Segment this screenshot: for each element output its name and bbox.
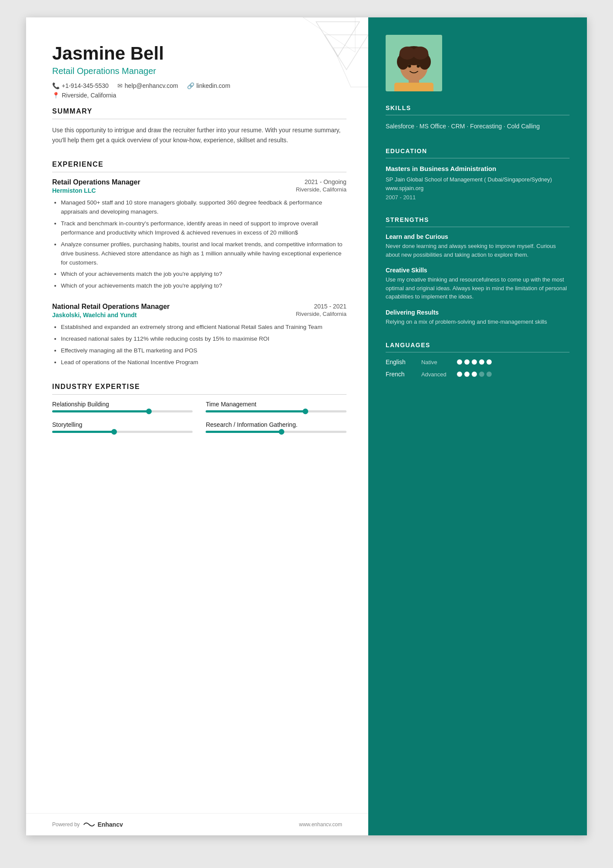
strength-1: Learn and be Curious Never done learning… — [386, 233, 570, 259]
strengths-title: STRENGTHS — [386, 216, 570, 227]
powered-by-text: Powered by — [52, 821, 80, 828]
lang-english-name: English — [386, 359, 416, 365]
expertise-item-2: Time Management — [206, 401, 346, 412]
job-2-header: National Retail Operations Manager 2015 … — [52, 303, 346, 311]
edu-school: SP Jain Global School of Management ( Du… — [386, 175, 570, 192]
job-1-date: 2021 - Ongoing — [304, 178, 346, 185]
dot-1 — [457, 359, 462, 365]
email-item: ✉ help@enhancv.com — [117, 82, 178, 89]
job-2-company: Jaskolski, Waelchi and Yundt — [52, 312, 137, 318]
language-french: French Advanced — [386, 371, 570, 378]
location-row: 📍 Riverside, California — [52, 92, 346, 99]
job-1-subheader: Hermiston LLC Riverside, California — [52, 186, 346, 194]
job-1-bullet-5: Which of your achievements match the job… — [61, 282, 346, 291]
email-icon: ✉ — [117, 82, 123, 89]
edu-years: 2007 - 2011 — [386, 194, 570, 201]
job-1-bullet-3: Analyze consumer profiles, purchasing ha… — [61, 240, 346, 268]
expertise-bar-fill-2 — [206, 410, 307, 412]
lang-french-dots — [457, 372, 492, 377]
job-1-bullet-4: Which of your achievements match the job… — [61, 270, 346, 279]
job-2-bullet-1: Established and expanded an extremely st… — [61, 323, 346, 332]
footer: Powered by Enhancv www.enhancv.com — [26, 813, 368, 835]
svg-rect-15 — [394, 83, 433, 91]
expertise-dot-4 — [279, 429, 284, 435]
expertise-title: INDUSTRY EXPERTISE — [52, 383, 346, 395]
svg-point-12 — [413, 47, 428, 60]
language-english: English Native — [386, 359, 570, 365]
education-title: EDUCATION — [386, 147, 570, 158]
job-2-date: 2015 - 2021 — [314, 303, 346, 310]
expertise-label-2: Time Management — [206, 401, 346, 408]
strength-2: Creative Skills Use my creative thinking… — [386, 267, 570, 301]
website-text: linkedin.com — [197, 82, 230, 89]
expertise-bar-fill-1 — [52, 410, 150, 412]
job-1: Retail Operations Manager 2021 - Ongoing… — [52, 178, 346, 291]
strength-3: Delivering Results Relying on a mix of p… — [386, 309, 570, 326]
job-2-location: Riverside, California — [296, 311, 346, 317]
footer-website: www.enhancv.com — [299, 821, 342, 828]
lang-english-level: Native — [421, 359, 452, 365]
strengths-section: STRENGTHS Learn and be Curious Never don… — [386, 216, 570, 326]
summary-title: SUMMARY — [52, 107, 346, 119]
profile-photo-sim — [386, 35, 442, 91]
expertise-bar-fill-4 — [206, 431, 283, 433]
dot-f-2 — [464, 372, 470, 377]
dot-3 — [472, 359, 477, 365]
expertise-grid: Relationship Building Time Management — [52, 401, 346, 433]
expertise-label-4: Research / Information Gathering. — [206, 421, 346, 428]
languages-title: LANGUAGES — [386, 342, 570, 352]
dot-2 — [464, 359, 470, 365]
website-item: 🔗 linkedin.com — [187, 82, 230, 89]
phone-text: +1-914-345-5530 — [62, 82, 109, 89]
job-2-bullet-2: Increased national sales by 112% while r… — [61, 335, 346, 344]
expertise-label-1: Relationship Building — [52, 401, 193, 408]
strength-3-desc: Relying on a mix of problem-solving and … — [386, 318, 570, 326]
job-2-bullet-3: Effectively managing all the BTL marketi… — [61, 346, 346, 355]
dot-f-5 — [486, 372, 492, 377]
strength-2-desc: Use my creative thinking and resourceful… — [386, 275, 570, 301]
contact-info: 📞 +1-914-345-5530 ✉ help@enhancv.com 🔗 l… — [52, 82, 346, 89]
job-1-bullet-1: Managed 500+ staff and 10 store managers… — [61, 198, 346, 217]
strength-1-title: Learn and be Curious — [386, 233, 570, 240]
expertise-dot-3 — [111, 429, 117, 435]
job-1-title: Retail Operations Manager — [52, 178, 140, 186]
footer-left: Powered by Enhancv — [52, 821, 123, 828]
brand-name: Enhancv — [97, 821, 123, 828]
dot-4 — [479, 359, 484, 365]
expertise-bar-bg-2 — [206, 410, 346, 412]
expertise-bar-bg-4 — [206, 431, 346, 433]
expertise-dot-2 — [303, 409, 308, 414]
job-1-location: Riverside, California — [296, 186, 346, 193]
candidate-title: Retail Operations Manager — [52, 66, 346, 76]
link-icon: 🔗 — [187, 82, 194, 89]
location-text: Riverside, California — [62, 92, 116, 99]
svg-point-13 — [408, 65, 411, 68]
candidate-name: Jasmine Bell — [52, 44, 346, 64]
strength-3-title: Delivering Results — [386, 309, 570, 316]
job-1-company: Hermiston LLC — [52, 187, 96, 194]
job-2-bullet-4: Lead of operations of the National Incen… — [61, 358, 346, 367]
edu-degree: Masters in Business Administration — [386, 164, 570, 173]
education-section: EDUCATION Masters in Business Administra… — [386, 147, 570, 201]
skills-title: SKILLS — [386, 104, 570, 115]
dot-f-4 — [479, 372, 484, 377]
phone-icon: 📞 — [52, 82, 60, 89]
dot-f-1 — [457, 372, 462, 377]
expertise-item-1: Relationship Building — [52, 401, 193, 412]
footer-logo: Enhancv — [83, 821, 123, 828]
job-2: National Retail Operations Manager 2015 … — [52, 303, 346, 367]
languages-section: LANGUAGES English Native French Advanced — [386, 342, 570, 378]
profile-photo — [386, 35, 442, 91]
expertise-bar-bg-1 — [52, 410, 193, 412]
expertise-dot-1 — [146, 409, 152, 414]
skills-section: SKILLS Salesforce · MS Office · CRM · Fo… — [386, 104, 570, 132]
expertise-bar-fill-3 — [52, 431, 116, 433]
expertise-item-4: Research / Information Gathering. — [206, 421, 346, 433]
skills-text: Salesforce · MS Office · CRM · Forecasti… — [386, 121, 570, 132]
expertise-item-3: Storytelling — [52, 421, 193, 433]
phone-item: 📞 +1-914-345-5530 — [52, 82, 109, 89]
job-2-subheader: Jaskolski, Waelchi and Yundt Riverside, … — [52, 311, 346, 318]
dot-f-3 — [472, 372, 477, 377]
location-icon: 📍 — [52, 92, 60, 99]
strength-1-desc: Never done learning and always seeking t… — [386, 242, 570, 259]
